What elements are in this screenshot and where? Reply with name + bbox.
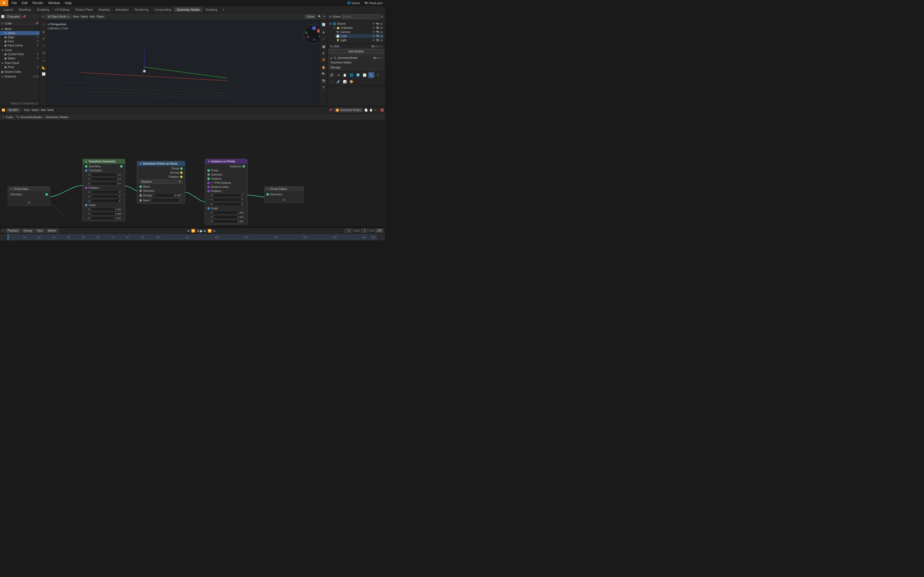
shading-material[interactable]: ◐ — [321, 50, 327, 56]
bc-geonodes[interactable]: GeometryNodes — [20, 115, 42, 119]
bc-geom-nodes[interactable]: Geometry Nodes — [46, 115, 68, 119]
camera-item[interactable]: 📷 Camera 👁 📷 🖥 — [335, 30, 384, 34]
distribute-mesh-socket[interactable] — [139, 185, 142, 188]
add-menu[interactable]: Add — [90, 15, 95, 18]
snapping-toggle[interactable]: 🧲 — [380, 108, 383, 111]
tree-mesh[interactable]: ▼ Mesh — [0, 27, 40, 31]
shading-solid[interactable]: ⬤ — [321, 44, 327, 50]
keying-menu[interactable]: Keying — [22, 229, 34, 233]
node-canvas[interactable]: ▼ Group Input Geometry ▼ Trans — [0, 120, 385, 227]
light-item[interactable]: 💡 Light 👁 📷 🖥 — [335, 38, 384, 42]
isy-input[interactable]: 1.000 — [213, 215, 245, 219]
sy-input[interactable]: 5.000 — [91, 212, 123, 216]
play-button[interactable]: ▶ — [200, 229, 203, 233]
end-frame-input[interactable]: 250 — [375, 229, 383, 233]
instance-pick-socket[interactable] — [207, 182, 210, 184]
sz-input[interactable]: 0.100 — [91, 216, 123, 220]
ty-input[interactable]: 0 m — [91, 177, 123, 181]
measure-tool[interactable]: 📐 — [41, 64, 47, 70]
viewport-canvas[interactable]: User Perspective (1) Collection | Cube X… — [40, 20, 327, 106]
select-menu[interactable]: Select — [81, 15, 88, 18]
rx-input[interactable]: 0° — [91, 190, 123, 194]
evaluated-button[interactable]: Evaluated — [5, 15, 21, 19]
cursor-tool[interactable]: ↖ — [41, 21, 47, 27]
transform-geom-in-socket[interactable] — [85, 165, 87, 168]
group-output-geom-socket[interactable] — [267, 193, 269, 196]
tree-vertex[interactable]: Vertex 0 — [0, 31, 40, 35]
tab-animation[interactable]: Animation — [113, 7, 132, 12]
distribute-mode-dropdown[interactable]: Random ▼ — [139, 180, 183, 184]
properties-search[interactable] — [341, 15, 380, 19]
group-output-node[interactable]: ▼ Group Output Geometry — [264, 186, 304, 203]
start-frame-input[interactable]: 1 — [361, 229, 368, 233]
irx-input[interactable]: 0° — [213, 193, 245, 197]
transform-geom-out-socket[interactable] — [120, 165, 123, 168]
add-workspace-button[interactable]: + — [220, 7, 226, 12]
tab-rendering[interactable]: Rendering — [132, 7, 151, 12]
tree-face[interactable]: Face 0 — [0, 39, 40, 44]
distribute-selection-socket[interactable] — [139, 190, 142, 192]
instance-instance-socket[interactable] — [207, 177, 210, 180]
tx-input[interactable]: 0 m — [91, 173, 123, 177]
isx-input[interactable]: 1.000 — [213, 211, 245, 214]
tab-compositing[interactable]: Compositing — [152, 7, 174, 12]
group-input-node[interactable]: ▼ Group Input Geometry — [8, 186, 50, 206]
annotate-tool[interactable]: ✏ — [41, 58, 47, 64]
tree-volume[interactable]: Volume Grids — [0, 70, 40, 74]
marker-menu[interactable]: Marker — [46, 229, 58, 233]
node-editor-name[interactable]: 🔀 Geometry Nodes — [334, 108, 363, 112]
output-props-icon[interactable]: 🖥 — [335, 72, 341, 78]
scene-selector[interactable]: 🌐 Scene — [345, 2, 362, 5]
scene-collection-header[interactable]: ▶ 🌐 Scene 👁 📷 🖥 — [329, 21, 384, 26]
render-props-icon[interactable]: 🎬 — [329, 72, 335, 78]
next-keyframe[interactable]: ⏩ — [208, 229, 212, 233]
view-menu-timeline[interactable]: View — [35, 229, 45, 233]
rotate-tool[interactable]: ↻ — [41, 36, 47, 42]
seed-value[interactable]: 0 — [152, 198, 183, 202]
tz-input[interactable]: 0 m — [91, 182, 123, 185]
shading-rendered[interactable]: 🔆 — [321, 56, 327, 63]
gn-render-icon[interactable]: 🖥 — [377, 56, 379, 60]
collection-item[interactable]: ▼ 📁 Collection 👁 📷 🖥 — [332, 26, 384, 30]
iry-input[interactable]: 0° — [213, 198, 245, 201]
jump-start[interactable]: ⏮ — [187, 229, 190, 233]
node-view-menu[interactable]: View — [24, 108, 30, 111]
object-props-icon[interactable]: ⬜ — [362, 72, 368, 78]
distribute-rotation-out-socket[interactable] — [180, 176, 183, 178]
add-modifier-button[interactable]: Add Modifier — [329, 49, 384, 54]
tab-uv-editing[interactable]: UV Editing — [52, 7, 72, 12]
tree-curve[interactable]: ▼ Curve — [0, 48, 40, 52]
timeline-ruler[interactable]: 1 10 20 30 40 50 60 70 80 90 100 120 140… — [0, 234, 385, 240]
xray-toggle[interactable]: □ — [321, 36, 327, 42]
next-frame[interactable]: ▶ — [204, 229, 207, 233]
physics-props-icon[interactable]: ⚛ — [329, 79, 335, 85]
modifier-realtime-icon[interactable]: ⬡ — [378, 45, 380, 48]
constraints-props-icon[interactable]: 🔗 — [335, 79, 341, 85]
instance-index-socket[interactable] — [207, 186, 210, 188]
view-menu[interactable]: View — [73, 15, 79, 18]
transform-tool[interactable]: ⊞ — [41, 50, 47, 56]
jump-end[interactable]: ⏭ — [213, 229, 216, 233]
tree-point[interactable]: Point 0 — [0, 65, 40, 69]
instance-selection-socket[interactable] — [207, 173, 210, 176]
distribute-normal-out-socket[interactable] — [180, 171, 183, 174]
tree-edge[interactable]: Edge 0 — [0, 35, 40, 39]
world-props-icon[interactable]: 🌍 — [355, 72, 361, 78]
tab-texture-paint[interactable]: Texture Paint — [72, 7, 95, 12]
ry-input[interactable]: 0° — [91, 195, 123, 198]
tree-point-cloud[interactable]: ▼ Point Cloud — [0, 61, 40, 65]
add-cube-tool[interactable]: ⬜ — [41, 71, 47, 77]
object-menu[interactable]: Object — [96, 15, 104, 18]
rz-input[interactable]: 0° — [91, 199, 123, 203]
modifier-close-icon[interactable]: ✕ — [381, 45, 383, 48]
tree-control-point[interactable]: Control Point 0 — [0, 52, 40, 56]
tab-geometry-nodes[interactable]: Geometry Nodes — [174, 7, 202, 12]
node-select-menu[interactable]: Select — [31, 108, 39, 111]
modifier-render-icon[interactable]: 🖥 — [375, 45, 377, 48]
prev-keyframe[interactable]: ⏪ — [191, 229, 195, 233]
data-props-icon[interactable]: 📊 — [342, 79, 348, 85]
irz-input[interactable]: 0° — [213, 202, 245, 206]
copy-node-group[interactable]: 📋 — [369, 108, 373, 111]
move-tool[interactable]: ✥ — [41, 29, 47, 35]
tab-layout[interactable]: Layout — [1, 7, 16, 12]
